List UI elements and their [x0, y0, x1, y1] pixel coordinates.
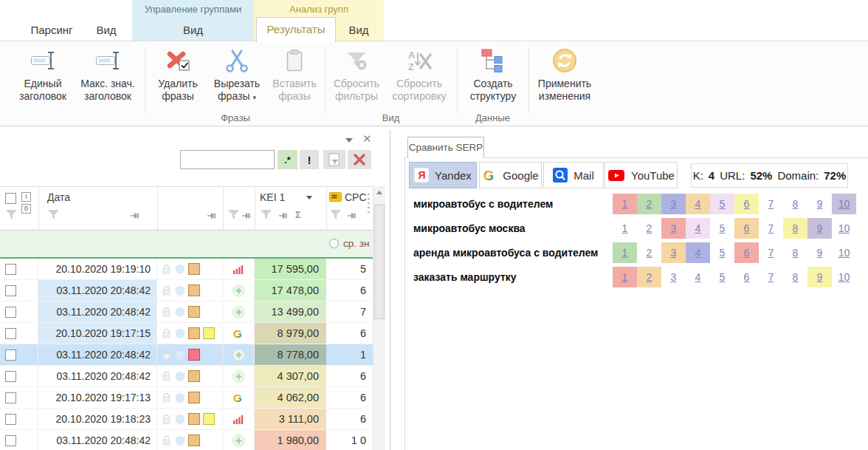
sum-icon[interactable]: Σ [295, 209, 301, 220]
apply-changes-button[interactable]: Применитьизменения [533, 44, 596, 103]
table-row[interactable]: 03.11.2020 20:48:4217 478,006 [0, 280, 373, 301]
pin-icon[interactable] [207, 211, 217, 220]
select-all-checkbox[interactable] [5, 193, 16, 204]
pin-icon[interactable] [130, 211, 140, 220]
serp-position-link[interactable]: 8 [783, 242, 807, 263]
serp-position-link[interactable]: 3 [661, 194, 686, 214]
serp-position-link[interactable]: 6 [734, 242, 759, 263]
serp-position-link[interactable]: 3 [661, 218, 686, 239]
serp-position-link[interactable]: 1 [613, 242, 637, 263]
funnel-icon[interactable] [5, 209, 18, 220]
serp-position-link[interactable]: 1 [613, 194, 637, 214]
table-row[interactable]: 20.10.2020 19:19:1017 595,005 [0, 259, 373, 280]
serp-position-link[interactable]: 2 [637, 242, 661, 263]
clear-filter-button[interactable] [348, 150, 371, 169]
date-column-header[interactable]: Дата [47, 191, 70, 203]
pin-icon[interactable] [347, 211, 357, 220]
serp-position-link[interactable]: 10 [832, 218, 856, 239]
average-radio[interactable] [329, 239, 339, 248]
engine-button-yandex[interactable]: Я Yandex [409, 162, 477, 188]
pin-icon[interactable] [278, 211, 289, 220]
serp-position-link[interactable]: 7 [759, 218, 783, 239]
regex-filter-button[interactable]: .* [278, 150, 297, 169]
serp-position-link[interactable]: 7 [759, 267, 783, 287]
row-checkbox[interactable] [5, 414, 16, 425]
row-checkbox[interactable] [5, 371, 16, 382]
serp-position-link[interactable]: 9 [807, 267, 832, 287]
serp-position-link[interactable]: 4 [686, 242, 710, 263]
serp-position-link[interactable]: 9 [807, 194, 832, 214]
serp-position-link[interactable]: 6 [734, 194, 759, 214]
table-row[interactable]: 03.11.2020 20:48:428 778,001 [0, 344, 373, 366]
row-checkbox[interactable] [5, 264, 16, 275]
engine-button-mail[interactable]: Mail [543, 162, 604, 188]
engine-button-youtube[interactable]: YouTube [604, 162, 678, 188]
funnel-icon[interactable] [227, 209, 240, 220]
serp-position-link[interactable]: 10 [832, 267, 856, 287]
funnel-icon[interactable] [329, 209, 342, 220]
tab-view-2[interactable]: Вид [132, 21, 254, 40]
funnel-icon[interactable] [260, 209, 272, 220]
single-title-button[interactable]: Единыйзаголовок [12, 44, 74, 103]
serp-position-link[interactable]: 4 [686, 218, 710, 239]
table-row[interactable]: 03.11.2020 20:48:421 980,001 0 [0, 430, 373, 450]
table-row[interactable]: 20.10.2020 19:17:13G4 062,006 [0, 387, 373, 409]
tab-parsing[interactable]: Парсинг [22, 21, 81, 40]
cut-phrases-button[interactable]: Вырезатьфразы ▾ [207, 44, 266, 104]
max-value-title-button[interactable]: Макс. знач.заголовок [75, 44, 140, 103]
panel-dropdown-icon[interactable] [345, 138, 353, 143]
scrollbar-thumb[interactable] [374, 205, 385, 319]
row-checkbox[interactable] [5, 435, 16, 446]
table-row[interactable]: 20.10.2020 19:18:233 111,006 [0, 409, 373, 430]
tab-view-3[interactable]: Вид [337, 21, 381, 40]
header-toggle-0[interactable]: 0 [21, 204, 31, 214]
serp-position-link[interactable]: 5 [710, 194, 734, 214]
tab-compare-serp[interactable]: Сравнить SERP [407, 137, 484, 158]
tab-results[interactable]: Результаты [256, 17, 336, 42]
serp-position-link[interactable]: 2 [637, 194, 661, 214]
pin-icon[interactable] [241, 211, 252, 220]
row-checkbox[interactable] [5, 307, 16, 318]
funnel-icon[interactable] [47, 209, 60, 220]
serp-position-link[interactable]: 7 [759, 242, 783, 263]
panel-close-icon[interactable]: ✕ [362, 132, 372, 146]
row-checkbox[interactable] [5, 328, 16, 339]
serp-position-link[interactable]: 2 [637, 267, 661, 287]
row-checkbox[interactable] [5, 350, 16, 361]
serp-position-link[interactable]: 1 [613, 218, 637, 239]
serp-position-link[interactable]: 8 [783, 194, 807, 214]
serp-position-link[interactable]: 10 [832, 242, 856, 263]
vertical-scrollbar[interactable] [373, 186, 385, 450]
column-resize-handle[interactable] [368, 194, 370, 214]
filter-document-button[interactable] [323, 150, 345, 169]
table-row[interactable]: 20.10.2020 19:17:15G8 979,006 [0, 323, 373, 344]
serp-position-link[interactable]: 4 [686, 194, 710, 214]
serp-position-link[interactable]: 8 [783, 267, 807, 287]
delete-phrases-button[interactable]: Удалитьфразы [150, 44, 206, 103]
serp-position-link[interactable]: 10 [832, 194, 856, 214]
tab-view-1[interactable]: Вид [89, 21, 124, 40]
search-input[interactable] [180, 150, 275, 169]
serp-position-link[interactable]: 9 [807, 218, 832, 239]
engine-button-google[interactable]: G Google [479, 162, 542, 188]
kei-column-header[interactable]: KEI 1 [260, 191, 285, 203]
serp-position-link[interactable]: 5 [710, 218, 734, 239]
serp-position-link[interactable]: 9 [807, 242, 832, 263]
row-checkbox[interactable] [5, 392, 16, 403]
row-checkbox[interactable] [5, 285, 16, 296]
serp-position-link[interactable]: 8 [783, 218, 807, 239]
table-row[interactable]: 03.11.2020 20:48:4213 499,007 [0, 301, 373, 323]
create-structure-button[interactable]: Создатьструктуру [462, 44, 524, 103]
serp-position-link[interactable]: 1 [613, 267, 637, 287]
serp-position-link[interactable]: 5 [710, 267, 734, 287]
header-toggle-i[interactable]: I [21, 192, 31, 202]
serp-position-link[interactable]: 6 [734, 218, 759, 239]
serp-position-link[interactable]: 5 [710, 242, 734, 263]
table-row[interactable]: 03.11.2020 20:48:424 307,006 [0, 366, 373, 387]
sort-caret-icon[interactable] [306, 196, 312, 200]
exclamation-filter-button[interactable]: ! [300, 150, 319, 169]
serp-position-link[interactable]: 6 [734, 267, 759, 287]
serp-position-link[interactable]: 2 [637, 218, 661, 239]
serp-position-link[interactable]: 7 [759, 194, 783, 214]
serp-position-link[interactable]: 3 [661, 267, 686, 287]
